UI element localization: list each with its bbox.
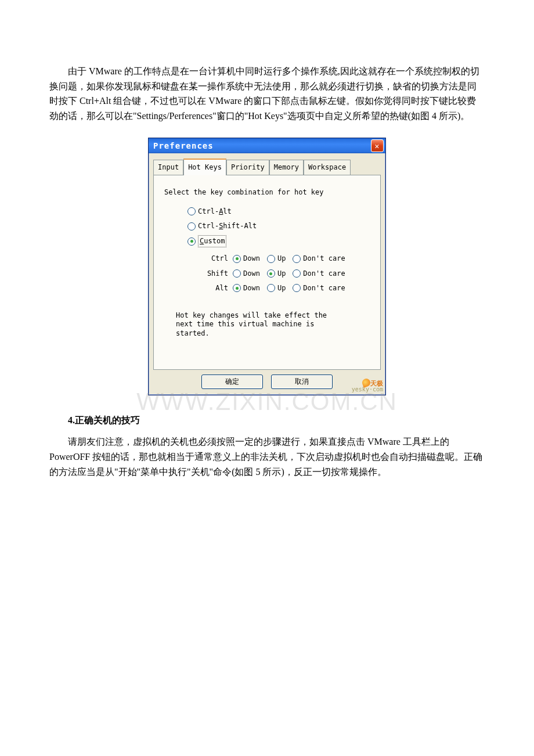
radio-icon <box>233 284 241 292</box>
row-ctrl: Ctrl Down Up Don't care <box>199 253 372 264</box>
custom-key-grid: Ctrl Down Up Don't care Shift Down Up Do… <box>199 253 372 294</box>
radio-icon <box>187 222 196 231</box>
alt-dont-care[interactable]: Don't care <box>293 283 345 294</box>
document-page: 由于 VMware 的工作特点是在一台计算机中同时运行多个操作系统,因此这就存在… <box>0 0 534 508</box>
close-icon: ✕ <box>375 142 380 150</box>
hot-keys-panel: Select the key combination for hot key C… <box>153 175 381 370</box>
figure-4: Preferences ✕ Input Hot Keys Priority Me… <box>49 138 485 395</box>
radio-icon <box>293 269 301 278</box>
dialog-button-row: 确定 取消 <box>149 370 385 395</box>
preferences-dialog: Preferences ✕ Input Hot Keys Priority Me… <box>148 138 386 395</box>
radio-icon <box>293 255 301 263</box>
row-shift: Shift Down Up Don't care <box>199 268 372 279</box>
shift-down[interactable]: Down <box>233 268 260 279</box>
dialog-titlebar: Preferences ✕ <box>149 138 385 153</box>
radio-icon <box>187 237 196 246</box>
radio-icon <box>233 255 241 263</box>
ctrl-dont-care[interactable]: Don't care <box>293 253 345 264</box>
radio-label: Custom <box>198 235 226 247</box>
paragraph-2: 请朋友们注意，虚拟机的关机也必须按照一定的步骤进行，如果直接点击 VMware … <box>49 434 485 479</box>
ctrl-down[interactable]: Down <box>233 253 260 264</box>
key-name-ctrl: Ctrl <box>199 253 228 264</box>
tab-memory[interactable]: Memory <box>269 160 304 175</box>
paragraph-1: 由于 VMware 的工作特点是在一台计算机中同时运行多个操作系统,因此这就存在… <box>49 64 485 123</box>
tab-hot-keys[interactable]: Hot Keys <box>183 159 226 175</box>
shift-dont-care[interactable]: Don't care <box>293 268 345 279</box>
tab-input[interactable]: Input <box>153 160 183 175</box>
ctrl-up[interactable]: Up <box>267 253 286 264</box>
close-button[interactable]: ✕ <box>371 139 384 152</box>
radio-custom[interactable]: Custom <box>187 235 372 247</box>
panel-heading: Select the key combination for hot key <box>164 187 372 198</box>
hotkey-note: Hot key changes will take effect the nex… <box>176 311 338 339</box>
tabs-row: Input Hot Keys Priority Memory Workspace <box>149 153 385 174</box>
tab-priority[interactable]: Priority <box>226 160 269 175</box>
radio-icon <box>267 269 275 278</box>
row-alt: Alt Down Up Don't care <box>199 283 372 294</box>
radio-icon <box>267 284 275 292</box>
dialog-title: Preferences <box>153 139 371 152</box>
radio-icon <box>187 207 196 215</box>
shift-up[interactable]: Up <box>267 268 286 279</box>
radio-icon <box>293 284 301 292</box>
radio-ctrl-alt[interactable]: Ctrl-Alt <box>187 206 372 217</box>
radio-icon <box>233 269 241 278</box>
alt-up[interactable]: Up <box>267 283 286 294</box>
radio-icon <box>267 255 275 263</box>
alt-down[interactable]: Down <box>233 283 260 294</box>
section-heading-4: 4.正确关机的技巧 <box>49 413 485 428</box>
cancel-button[interactable]: 取消 <box>271 375 333 389</box>
key-name-shift: Shift <box>199 268 228 279</box>
tab-workspace[interactable]: Workspace <box>304 160 351 175</box>
key-name-alt: Alt <box>199 283 228 294</box>
radio-label: Ctrl-Shift-Alt <box>198 221 257 232</box>
radio-label: Ctrl-Alt <box>198 206 232 217</box>
ok-button[interactable]: 确定 <box>201 375 263 389</box>
radio-ctrl-shift-alt[interactable]: Ctrl-Shift-Alt <box>187 221 372 232</box>
